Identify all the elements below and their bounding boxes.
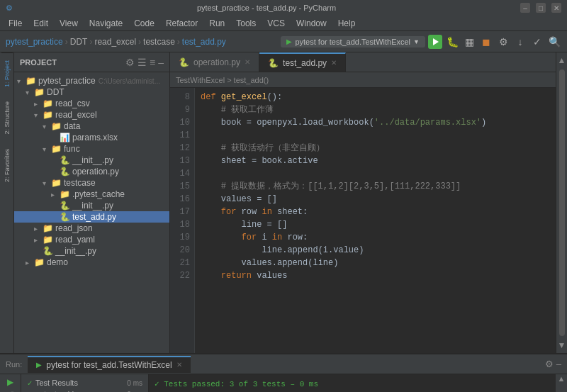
tree-label: DDT xyxy=(47,87,64,97)
tree-item-init-func[interactable]: 🐍 __init__.py xyxy=(14,155,169,166)
breadcrumb-read-excel[interactable]: read_excel xyxy=(94,37,136,47)
build-button[interactable]: ⚙ xyxy=(496,35,510,49)
settings-icon[interactable]: ⚙ xyxy=(545,359,554,369)
main-area: 1: Project 2: Structure 2: Favorites Pro… xyxy=(0,52,567,353)
breadcrumb-testcase[interactable]: testcase xyxy=(143,37,175,47)
vcs-update-icon[interactable]: ↓ xyxy=(513,35,527,49)
right-scroll-down[interactable]: ▼ xyxy=(555,337,567,353)
tree-item-func[interactable]: ▾ 📁 func xyxy=(14,143,169,155)
tree-label: read_excel xyxy=(55,110,97,120)
test-results-tree: ✓ Test Results 0 ms ✓ test_add 0 ms xyxy=(21,374,149,392)
folder-icon: 📁 xyxy=(43,223,53,233)
menu-vcs[interactable]: VCS xyxy=(262,17,291,30)
tree-label: pytest_practice xyxy=(38,76,96,86)
minimize-button[interactable]: – xyxy=(520,3,530,13)
menu-file[interactable]: File xyxy=(3,17,28,30)
close-button[interactable]: ✕ xyxy=(551,3,561,13)
maximize-button[interactable]: □ xyxy=(536,3,546,13)
tree-label: read_csv xyxy=(55,99,90,108)
sidebar-minimize-icon[interactable]: – xyxy=(158,57,164,68)
structure-tab[interactable]: 2: Structure xyxy=(1,94,13,142)
panel-minimize-icon[interactable]: – xyxy=(556,359,561,369)
tab-close-icon[interactable]: ✕ xyxy=(245,58,250,66)
menu-navigate[interactable]: Navigate xyxy=(84,17,128,30)
code-editor[interactable]: def get_excel(): # 获取工作薄 book = openpyxl… xyxy=(195,88,556,353)
menu-code[interactable]: Code xyxy=(128,17,160,30)
debug-button[interactable]: 🐛 xyxy=(445,35,459,49)
tree-item-params-xlsx[interactable]: 📊 params.xlsx xyxy=(14,132,169,143)
editor-breadcrumb: TestWithExcel > test_add() xyxy=(170,72,556,88)
menu-view[interactable]: View xyxy=(54,17,84,30)
tree-item-read-json[interactable]: ▸ 📁 read_json xyxy=(14,223,169,234)
run-play-button[interactable]: ▶ xyxy=(3,377,18,387)
expand-arrow: ▸ xyxy=(34,225,43,233)
sidebar-layout-icon[interactable]: ☰ xyxy=(137,57,147,68)
project-tab[interactable]: 1: Project xyxy=(1,52,13,94)
sidebar-toolbar: ⚙ ☰ ≡ – xyxy=(125,57,164,68)
menu-help[interactable]: Help xyxy=(332,17,361,30)
test-passed-status: ✓ Tests passed: 3 of 3 tests – 0 ms xyxy=(155,379,550,390)
bottom-panel-content: ▶ ↺ ◼ ↕ ⏱ ▤ >> ✓ Test Results 0 ms ✓ tes… xyxy=(0,374,567,392)
tab-label: operation.py xyxy=(193,57,240,67)
tree-label: test_add.py xyxy=(72,212,116,222)
breadcrumb-sep-1: › xyxy=(65,37,68,47)
tree-item-read-csv[interactable]: ▸ 📁 read_csv xyxy=(14,98,169,109)
menu-run[interactable]: Run xyxy=(203,17,230,30)
py-icon: 🐍 xyxy=(60,201,70,211)
tree-item-init-ddt[interactable]: 🐍 __init__.py xyxy=(14,245,169,257)
bottom-panel: Run: ▶ pytest for test_add.TestWithExcel… xyxy=(0,353,567,392)
menu-refactor[interactable]: Refactor xyxy=(160,17,203,30)
tree-item-read-yaml[interactable]: ▸ 📁 read_yaml xyxy=(14,234,169,245)
tree-item-pytest-practice[interactable]: ▾ 📁 pytest_practice C:\Users\administ... xyxy=(14,75,169,86)
folder-icon: 📁 xyxy=(51,121,62,131)
breadcrumb-pytest-practice[interactable]: pytest_practice xyxy=(6,37,63,47)
menu-window[interactable]: Window xyxy=(291,17,332,30)
run-config-dropdown[interactable]: ▶ pytest for test_add.TestWithExcel ▼ xyxy=(281,36,425,47)
tree-label: testcase xyxy=(64,178,96,188)
tree-item-data[interactable]: ▾ 📁 data xyxy=(14,121,169,132)
tree-item-demo[interactable]: ▸ 📁 demo xyxy=(14,257,169,268)
tab-test-add-py[interactable]: 🐍 test_add.py ✕ xyxy=(259,52,346,72)
test-results-label: Test Results xyxy=(35,379,78,387)
search-icon[interactable]: 🔍 xyxy=(547,35,561,49)
stop-button[interactable]: ◼ xyxy=(479,35,493,49)
tree-item-ddt[interactable]: ▾ 📁 DDT xyxy=(14,86,169,98)
folder-icon: 📁 xyxy=(43,235,53,245)
breadcrumb-test-add[interactable]: test_add.py xyxy=(182,37,226,47)
menu-edit[interactable]: Edit xyxy=(28,17,54,30)
tab-run-pytest[interactable]: ▶ pytest for test_add.TestWithExcel ✕ xyxy=(28,356,190,373)
menu-tools[interactable]: Tools xyxy=(230,17,262,30)
tree-item-operation-py[interactable]: 🐍 operation.py xyxy=(14,166,169,177)
expand-arrow: ▾ xyxy=(43,123,51,130)
tab-close-icon[interactable]: ✕ xyxy=(331,59,337,67)
vcs-commit-icon[interactable]: ✓ xyxy=(530,35,544,49)
coverage-button[interactable]: ▦ xyxy=(462,35,476,49)
folder-icon: 📁 xyxy=(51,144,62,154)
toolbar-run-area: ▶ pytest for test_add.TestWithExcel ▼ 🐛 … xyxy=(281,35,510,49)
favorites-tab[interactable]: 2: Favorites xyxy=(1,142,13,189)
tree-item-test-add-py[interactable]: 🐍 test_add.py xyxy=(14,211,169,223)
tree-item-read-excel[interactable]: ▾ 📁 read_excel xyxy=(14,109,169,121)
py-icon: 🐍 xyxy=(60,212,70,222)
scroll-up-icon[interactable]: ▲ xyxy=(558,374,566,383)
breadcrumb-ddt[interactable]: DDT xyxy=(70,37,88,47)
run-config-icon: ▶ xyxy=(286,38,292,45)
tree-item-pytest-cache[interactable]: ▸ 📁 .pytest_cache xyxy=(14,189,169,200)
tree-label: data xyxy=(64,121,80,131)
editor-content[interactable]: 89101112 1314151617 1819202122 def get_e… xyxy=(170,88,556,353)
run-triangle-icon xyxy=(433,38,439,45)
tree-item-testcase[interactable]: ▾ 📁 testcase xyxy=(14,177,169,189)
run-button[interactable] xyxy=(428,35,442,49)
folder-icon: 📁 xyxy=(60,189,70,199)
sidebar-header: Project ⚙ ☰ ≡ – xyxy=(14,52,169,72)
run-config-label: pytest for test_add.TestWithExcel xyxy=(295,38,410,46)
tab-close-icon[interactable]: ✕ xyxy=(176,361,182,369)
tab-operation-py[interactable]: 🐍 operation.py ✕ xyxy=(170,52,259,72)
title-bar: ⚙ pytest_practice - test_add.py - PyChar… xyxy=(0,0,567,16)
expand-arrow: ▸ xyxy=(34,236,43,244)
tree-item-init-testcase[interactable]: 🐍 __init__.py xyxy=(14,200,169,211)
right-scroll-up[interactable]: ▲ xyxy=(555,52,567,68)
sidebar-gear-icon[interactable]: ⚙ xyxy=(125,57,135,68)
sidebar-settings-icon[interactable]: ≡ xyxy=(150,57,155,68)
test-item-test-add[interactable]: ✓ test_add 0 ms xyxy=(24,388,145,392)
